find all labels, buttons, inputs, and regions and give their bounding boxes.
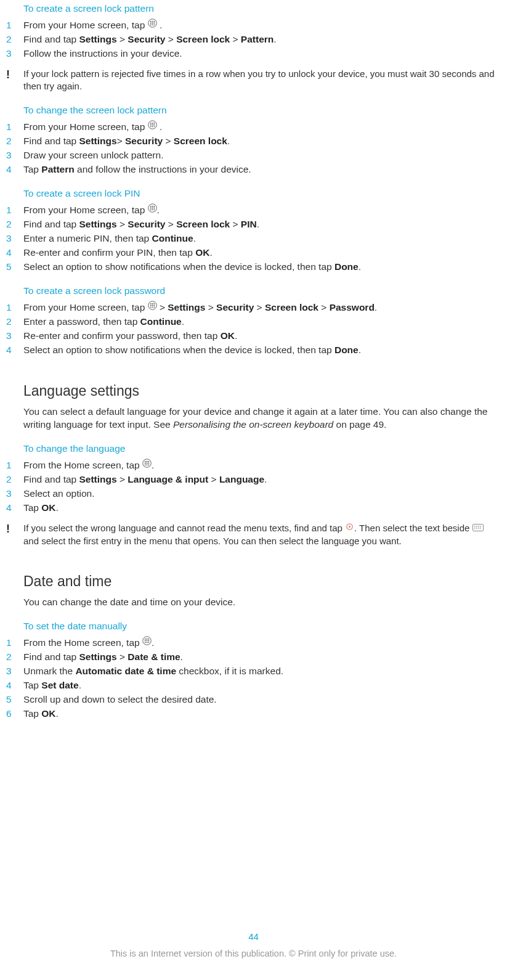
svg-rect-54 xyxy=(476,526,477,527)
step-text: From the Home screen, tap . xyxy=(23,459,497,472)
step-number: 3 xyxy=(5,149,23,162)
svg-point-23 xyxy=(153,206,155,207)
svg-point-51 xyxy=(349,526,351,528)
svg-rect-55 xyxy=(478,526,479,527)
procedure-title: To set the date manually xyxy=(23,620,497,633)
section-heading-datetime: Date and time xyxy=(23,572,497,591)
svg-point-64 xyxy=(148,639,149,640)
svg-point-67 xyxy=(148,640,149,642)
step-number: 3 xyxy=(5,330,23,343)
warning-icon: ! xyxy=(5,68,23,80)
step-text: Select an option to show notifications w… xyxy=(23,344,497,357)
step: 4Select an option to show notifications … xyxy=(5,344,497,357)
step-number: 1 xyxy=(5,121,23,134)
svg-rect-58 xyxy=(476,528,477,529)
svg-point-26 xyxy=(153,208,155,209)
step-number: 4 xyxy=(5,163,23,176)
svg-point-29 xyxy=(153,209,155,210)
step: 4Tap OK. xyxy=(5,502,497,515)
step: 1From your Home screen, tap . xyxy=(5,121,497,134)
step-text: Tap Set date. xyxy=(23,679,497,692)
step-text: Draw your screen unlock pattern. xyxy=(23,149,497,162)
svg-point-27 xyxy=(150,209,151,210)
svg-point-13 xyxy=(153,123,155,124)
svg-rect-59 xyxy=(478,528,479,529)
step-text: Find and tap Settings > Language & input… xyxy=(23,473,497,486)
step-number: 6 xyxy=(5,708,23,721)
svg-point-3 xyxy=(153,21,155,22)
step-text: Select an option. xyxy=(23,488,497,500)
step-number: 4 xyxy=(5,502,23,515)
svg-point-45 xyxy=(147,463,148,464)
step-text: Scroll up and down to select the desired… xyxy=(23,693,497,706)
step-number: 2 xyxy=(5,33,23,46)
svg-point-6 xyxy=(153,23,155,24)
step: 3Re-enter and confirm your password, the… xyxy=(5,330,497,343)
svg-rect-60 xyxy=(480,528,481,529)
step-text: From the Home screen, tap . xyxy=(23,637,497,650)
svg-point-49 xyxy=(148,464,149,465)
step-text: Re-enter and confirm your PIN, then tap … xyxy=(23,247,497,259)
apps-grid-icon xyxy=(148,120,157,133)
step-number: 1 xyxy=(5,637,23,650)
step: 1From your Home screen, tap > Settings >… xyxy=(5,301,497,314)
svg-point-5 xyxy=(152,23,153,24)
svg-point-37 xyxy=(150,306,151,308)
step-list: 1From your Home screen, tap .2Find and t… xyxy=(5,19,497,60)
step: 2Find and tap Settings > Security > Scre… xyxy=(5,33,497,46)
svg-point-36 xyxy=(153,305,155,306)
settings-gear-icon xyxy=(345,522,354,534)
step-text: Find and tap Settings > Date & time. xyxy=(23,651,497,664)
step-number: 2 xyxy=(5,473,23,486)
svg-point-14 xyxy=(150,125,151,126)
step: 4Re-enter and confirm your PIN, then tap… xyxy=(5,247,497,259)
page-number: 44 xyxy=(0,931,507,943)
step-text: Tap OK. xyxy=(23,708,497,721)
svg-point-35 xyxy=(152,305,153,306)
step: 5Select an option to show notifications … xyxy=(5,261,497,274)
svg-rect-56 xyxy=(480,526,481,527)
svg-point-7 xyxy=(150,25,151,26)
note: ! If you select the wrong language and c… xyxy=(5,522,497,547)
svg-point-2 xyxy=(152,21,153,22)
svg-point-39 xyxy=(153,306,155,308)
svg-point-42 xyxy=(147,461,148,462)
procedure-title: To create a screen lock pattern xyxy=(23,2,497,15)
step-list: 1From your Home screen, tap > Settings >… xyxy=(5,301,497,357)
svg-point-21 xyxy=(150,206,151,207)
step: 3Enter a numeric PIN, then tap Continue. xyxy=(5,232,497,245)
step-text: Tap OK. xyxy=(23,502,497,515)
apps-grid-icon xyxy=(148,203,157,216)
svg-point-18 xyxy=(152,126,153,127)
svg-point-24 xyxy=(150,208,151,209)
svg-point-15 xyxy=(152,125,153,126)
svg-point-11 xyxy=(150,123,151,124)
step-number: 2 xyxy=(5,651,23,664)
step: 3Select an option. xyxy=(5,488,497,500)
step: 2Find and tap Settings > Language & inpu… xyxy=(5,473,497,486)
step-number: 1 xyxy=(5,459,23,472)
step: 3Draw your screen unlock pattern. xyxy=(5,149,497,162)
svg-point-31 xyxy=(150,303,151,304)
step: 1From the Home screen, tap . xyxy=(5,637,497,650)
step-text: From your Home screen, tap . xyxy=(23,204,497,217)
step-number: 3 xyxy=(5,232,23,245)
svg-point-1 xyxy=(150,21,151,22)
step-text: From your Home screen, tap . xyxy=(23,121,497,134)
procedure-title: To change the language xyxy=(23,443,497,455)
step-number: 5 xyxy=(5,693,23,706)
step-number: 1 xyxy=(5,204,23,217)
step: 4Tap Set date. xyxy=(5,679,497,692)
step-number: 4 xyxy=(5,679,23,692)
svg-point-32 xyxy=(152,303,153,304)
step: 1From your Home screen, tap . xyxy=(5,204,497,217)
apps-grid-icon xyxy=(142,636,152,649)
svg-point-8 xyxy=(152,25,153,26)
step-text: Select an option to show notifications w… xyxy=(23,261,497,274)
step-number: 2 xyxy=(5,218,23,231)
step: 2Find and tap Settings > Date & time. xyxy=(5,651,497,664)
svg-point-34 xyxy=(150,305,151,306)
disclaimer: This is an Internet version of this publ… xyxy=(0,948,507,960)
step: 2Find and tap Settings> Security > Scree… xyxy=(5,135,497,148)
step-text: Unmark the Automatic date & time checkbo… xyxy=(23,665,497,678)
